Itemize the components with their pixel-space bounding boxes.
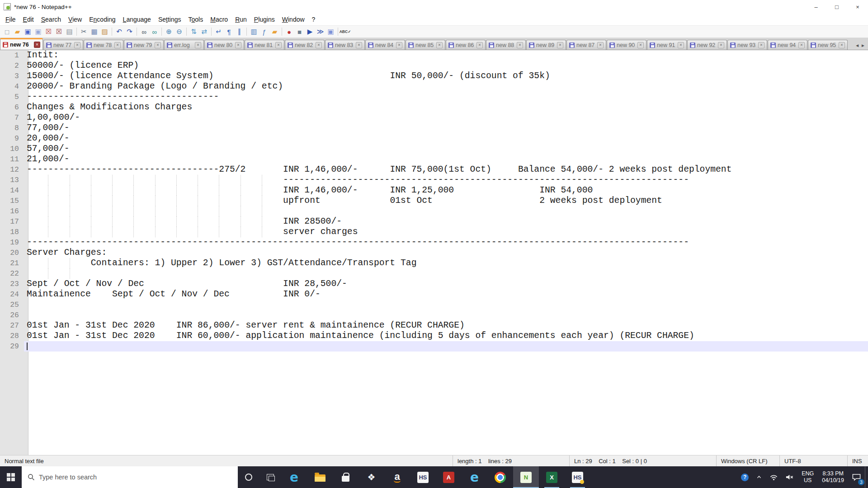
copy-icon[interactable]: ▦	[89, 27, 99, 37]
editor-line-20[interactable]: 20Server Charges:	[0, 248, 868, 258]
tab-close-icon[interactable]: ×	[34, 42, 40, 48]
line-number[interactable]: 19	[0, 237, 24, 248]
network-tray-button[interactable]	[766, 466, 782, 488]
editor-line-26[interactable]: 26	[0, 310, 868, 320]
find-icon[interactable]: ∞	[139, 27, 149, 37]
line-number[interactable]: 6	[0, 102, 24, 113]
editor-line-24[interactable]: 24MaintainenceSept / Oct / Nov / DecINR …	[0, 289, 868, 300]
record-macro-icon[interactable]: ●	[284, 27, 294, 37]
line-number[interactable]: 15	[0, 196, 24, 206]
tab-new-77[interactable]: new 77×	[43, 40, 83, 50]
tab-err.log[interactable]: err.log×	[164, 40, 204, 50]
menu-search[interactable]: Search	[38, 14, 65, 24]
taskbar-app-internet-explorer[interactable]: e	[462, 466, 487, 488]
editor-line-13[interactable]: 13--------------------------------------…	[0, 175, 868, 185]
replace-icon[interactable]: ∞	[149, 27, 160, 37]
tab-close-icon[interactable]: ×	[396, 42, 402, 48]
tab-new-87[interactable]: new 87×	[566, 40, 606, 50]
show-all-characters-icon[interactable]: ¶	[224, 27, 234, 37]
close-all-icon[interactable]: ☒	[54, 27, 64, 37]
tab-scroll-left-icon[interactable]: ◄	[855, 43, 859, 48]
tab-new-92[interactable]: new 92×	[687, 40, 727, 50]
run-macro-multiple-icon[interactable]: ≫	[315, 27, 326, 37]
status-typing-mode[interactable]: INS	[847, 455, 868, 466]
spell-check-icon[interactable]: ABC✓	[340, 27, 350, 37]
editor-line-6[interactable]: 6Changes & Modifications Charges	[0, 102, 868, 113]
editor-area[interactable]: 1Intit:250000/- (licence ERP)315000/- (l…	[0, 50, 868, 455]
tab-close-icon[interactable]: ×	[275, 42, 282, 48]
tab-close-icon[interactable]: ×	[718, 42, 724, 48]
paste-icon[interactable]: ▨	[99, 27, 110, 37]
editor-line-15[interactable]: 15upfront01st Oct2 weeks post deployment	[0, 196, 868, 206]
line-number[interactable]: 24	[0, 289, 24, 300]
taskbar-app-excel[interactable]: X	[539, 466, 565, 488]
tab-close-icon[interactable]: ×	[597, 42, 604, 48]
help-tray-button[interactable]: ?	[737, 466, 752, 488]
save-icon[interactable]: ▣	[23, 27, 33, 37]
line-number[interactable]: 2	[0, 61, 24, 71]
language-indicator[interactable]: ENG US	[797, 466, 818, 488]
tab-new-88[interactable]: new 88×	[486, 40, 526, 50]
editor-line-14[interactable]: 14INR 1,46,000/-INR 1,25,000INR 54,000	[0, 185, 868, 196]
taskbar-app-adobe-acrobat[interactable]: A	[436, 466, 462, 488]
line-number[interactable]: 16	[0, 206, 24, 216]
editor-line-7[interactable]: 71,00,000/-	[0, 113, 868, 123]
close-button[interactable]: ×	[847, 0, 868, 14]
line-number[interactable]: 23	[0, 279, 24, 289]
tab-close-icon[interactable]: ×	[758, 42, 764, 48]
editor-line-5[interactable]: 5------------------------------------	[0, 92, 868, 102]
line-number[interactable]: 4	[0, 81, 24, 92]
taskbar-app-chrome[interactable]	[487, 466, 513, 488]
editor-line-21[interactable]: 21Containers: 1) Upper 2) Lower 3) GST/A…	[0, 258, 868, 268]
editor-line-18[interactable]: 18server charges	[0, 227, 868, 237]
tab-close-icon[interactable]: ×	[839, 42, 845, 48]
editor-line-3[interactable]: 315000/- (licence Attendance System)INR …	[0, 71, 868, 81]
tab-close-icon[interactable]: ×	[356, 42, 362, 48]
editor-line-19[interactable]: 19--------------------------------------…	[0, 237, 868, 248]
line-number[interactable]: 20	[0, 248, 24, 258]
menu-encoding[interactable]: Encoding	[85, 14, 119, 24]
tab-new-81[interactable]: new 81×	[245, 40, 284, 50]
line-number[interactable]: 12	[0, 164, 24, 175]
close-file-icon[interactable]: ☒	[43, 27, 54, 37]
editor-line-2[interactable]: 250000/- (licence ERP)	[0, 61, 868, 71]
line-number[interactable]: 8	[0, 123, 24, 133]
menu-help[interactable]: ?	[308, 14, 319, 24]
line-number[interactable]: 17	[0, 216, 24, 227]
tab-close-icon[interactable]: ×	[114, 42, 121, 48]
tab-close-icon[interactable]: ×	[798, 42, 805, 48]
print-icon[interactable]: ▤	[64, 27, 75, 37]
tab-close-icon[interactable]: ×	[678, 42, 684, 48]
tab-new-93[interactable]: new 93×	[727, 40, 767, 50]
menu-file[interactable]: File	[2, 14, 19, 24]
line-number[interactable]: 28	[0, 331, 24, 341]
open-file-icon[interactable]: ▰	[12, 27, 23, 37]
menu-language[interactable]: Language	[119, 14, 155, 24]
tab-new-86[interactable]: new 86×	[446, 40, 486, 50]
editor-line-23[interactable]: 23Sept / Oct / Nov / DecINR 28,500/-	[0, 279, 868, 289]
line-number[interactable]: 5	[0, 92, 24, 102]
document-map-icon[interactable]: ▥	[249, 27, 259, 37]
tab-new-94[interactable]: new 94×	[768, 40, 807, 50]
tab-new-83[interactable]: new 83×	[325, 40, 365, 50]
sync-horizontal-scroll-icon[interactable]: ⇄	[199, 27, 209, 37]
menu-macro[interactable]: Macro	[207, 14, 231, 24]
tab-close-icon[interactable]: ×	[557, 42, 563, 48]
editor-line-4[interactable]: 420000/- Branding Package (Logo / Brandi…	[0, 81, 868, 92]
editor-line-27[interactable]: 2701st Jan - 31st Dec 2020INR 86,000/- s…	[0, 320, 868, 331]
tab-new-91[interactable]: new 91×	[647, 40, 687, 50]
line-number[interactable]: 1	[0, 50, 24, 61]
menu-settings[interactable]: Settings	[155, 14, 185, 24]
taskbar-app-edge[interactable]: e	[281, 466, 307, 488]
word-wrap-icon[interactable]: ↵	[213, 27, 224, 37]
tab-new-80[interactable]: new 80×	[204, 40, 244, 50]
tab-close-icon[interactable]: ×	[637, 42, 644, 48]
function-list-icon[interactable]: ƒ	[259, 27, 269, 37]
editor-line-10[interactable]: 1057,000/-	[0, 144, 868, 154]
menu-tools[interactable]: Tools	[185, 14, 207, 24]
taskbar-app-amazon[interactable]: a	[384, 466, 410, 488]
tab-new-79[interactable]: new 79×	[124, 40, 164, 50]
editor-line-8[interactable]: 877,000/-	[0, 123, 868, 133]
save-all-icon[interactable]: ▣	[33, 27, 43, 37]
clock[interactable]: 8:33 PM 04/10/19	[818, 466, 848, 488]
